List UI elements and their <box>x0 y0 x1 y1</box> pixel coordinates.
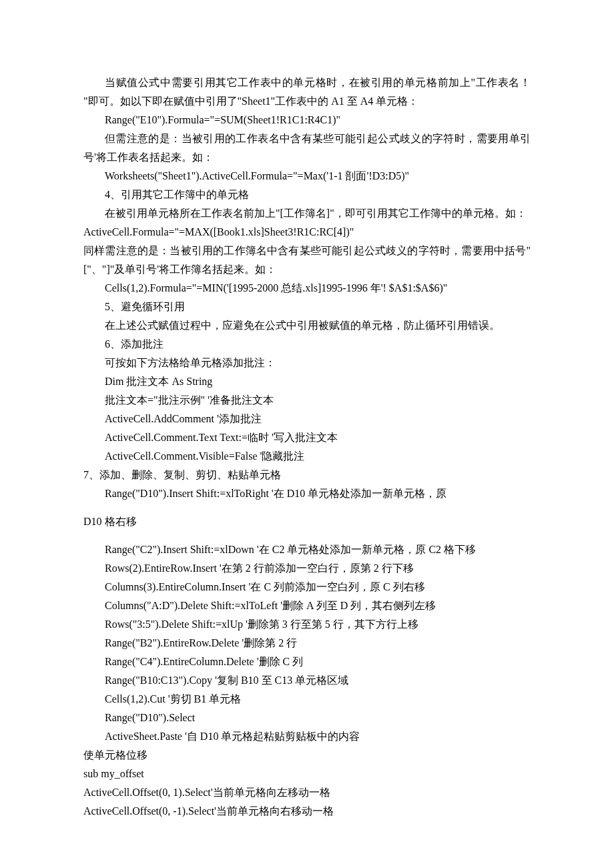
doc-code-line: ActiveCell.Offset(0, -1).Select'当前单元格向右移… <box>83 802 531 821</box>
doc-paragraph: 当赋值公式中需要引用其它工作表中的单元格时，在被引用的单元格前加上"工作表名！ … <box>83 73 531 111</box>
doc-code-line: Worksheets("Sheet1").ActiveCell.Formula=… <box>83 167 531 185</box>
doc-heading: 4、引用其它工作簿中的单元格 <box>83 185 531 204</box>
doc-code-line: Rows("3:5").Delete Shift:=xlUp '删除第 3 行至… <box>83 615 531 634</box>
doc-paragraph: 可按如下方法格给单元格添加批注： <box>83 354 531 372</box>
doc-paragraph: 在上述公式赋值过程中，应避免在公式中引用被赋值的单元格，防止循环引用错误。 <box>83 316 531 335</box>
doc-paragraph: 同样需注意的是：当被引用的工作簿名中含有某些可能引起公式歧义的字符时，需要用中括… <box>83 242 531 279</box>
doc-heading: 5、避免循环引用 <box>83 298 531 316</box>
doc-code-line: ActiveCell.Formula="=MAX([Book1.xls]Shee… <box>83 223 531 242</box>
doc-code-line: Rows(2).EntireRow.Insert '在第 2 行前添加一空白行，… <box>83 559 531 578</box>
doc-code-line: Columns("A:D").Delete Shift:=xlToLeft '删… <box>83 596 531 615</box>
doc-heading: 6、添加批注 <box>83 335 531 354</box>
doc-heading: 使单元格位移 <box>83 746 531 765</box>
doc-heading: 7、添加、删除、复制、剪切、粘贴单元格 <box>83 466 531 484</box>
doc-code-line: Dim 批注文本 As String <box>83 372 531 391</box>
doc-code-line: 批注文本="批注示例" '准备批注文本 <box>83 391 531 410</box>
doc-code-line: ActiveCell.Comment.Visible=False '隐藏批注 <box>83 447 531 466</box>
doc-code-line: Range("B10:C13").Copy '复制 B10 至 C13 单元格区… <box>83 671 531 690</box>
doc-code-line: ActiveCell.AddComment '添加批注 <box>83 410 531 428</box>
doc-code-line: ActiveSheet.Paste '自 D10 单元格起粘贴剪贴板中的内容 <box>83 727 531 746</box>
doc-code-line: ActiveCell.Comment.Text Text:=临时 '写入批注文本 <box>83 428 531 447</box>
doc-paragraph: 但需注意的是：当被引用的工作表名中含有某些可能引起公式歧义的字符时，需要用单引号… <box>83 129 531 167</box>
doc-code-line: Range("E10").Formula="=SUM(Sheet1!R1C1:R… <box>83 111 531 129</box>
doc-code-line: Cells(1,2).Formula="=MIN('[1995-2000 总结.… <box>83 279 531 298</box>
doc-code-line: Range("C4").EntireColumn.Delete '删除 C 列 <box>83 653 531 671</box>
doc-code-line: Cells(1,2).Cut '剪切 B1 单元格 <box>83 690 531 709</box>
doc-code-line: Range("D10").Select <box>83 709 531 727</box>
doc-code-line: ActiveCell.Offset(0, 1).Select'当前单元格向左移动… <box>83 783 531 802</box>
doc-code-line: Columns(3).EntireColumn.Insert '在 C 列前添加… <box>83 578 531 596</box>
doc-code-line: D10 格右移 <box>83 512 531 531</box>
doc-paragraph: 在被引用单元格所在工作表名前加上"[工作簿名]"，即可引用其它工作簿中的单元格。… <box>83 204 531 223</box>
doc-code-line: sub my_offset <box>83 765 531 783</box>
doc-code-line: Range("C2").Insert Shift:=xlDown '在 C2 单… <box>83 540 531 559</box>
doc-code-line: Range("B2").EntireRow.Delete '删除第 2 行 <box>83 634 531 653</box>
doc-code-line: Range("D10").Insert Shift:=xlToRight '在 … <box>83 484 531 503</box>
